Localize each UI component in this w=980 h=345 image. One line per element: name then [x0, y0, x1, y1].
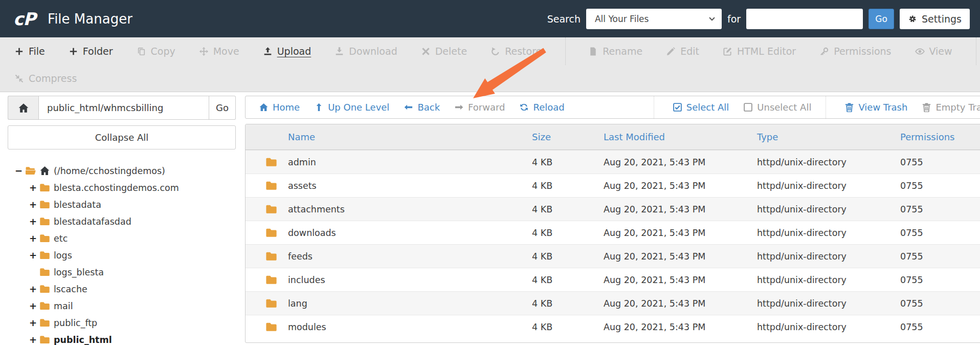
toolbar-row-2: Compress [7, 65, 973, 92]
column-header-last-modified[interactable]: Last Modified [604, 132, 757, 142]
toolbar-item-compress[interactable]: Compress [14, 65, 77, 92]
toolbar-item-upload[interactable]: Upload [263, 37, 311, 65]
lang[interactable]: lang 4 KB Aug 20, 2021, 5:43 PM httpd/un… [246, 291, 980, 315]
tree-item-label[interactable]: blesta.cchostingdemos.com [54, 183, 179, 193]
toolbar-item-move[interactable]: Move [199, 37, 239, 65]
attachments[interactable]: attachments 4 KB Aug 20, 2021, 5:43 PM h… [246, 197, 980, 221]
toolbar-item-file[interactable]: File [14, 37, 45, 65]
file-name[interactable]: modules [288, 322, 326, 332]
includes[interactable]: includes 4 KB Aug 20, 2021, 5:43 PM http… [246, 268, 980, 291]
tree-expander[interactable]: + [29, 182, 39, 193]
settings-button[interactable]: Settings [900, 9, 970, 29]
file-name-cell[interactable]: modules [246, 321, 532, 333]
column-header-size[interactable]: Size [532, 132, 604, 142]
tree-item-lscache[interactable]: + lscache [8, 281, 236, 297]
tree-item-public-ftp[interactable]: + public_ftp [8, 314, 236, 331]
file-name-cell[interactable]: attachments [246, 203, 532, 215]
tree-expander[interactable]: + [29, 250, 39, 261]
tree-item-mail[interactable]: + mail [8, 297, 236, 314]
tree-item-label[interactable]: mail [54, 301, 73, 311]
tree-expander[interactable]: + [29, 233, 39, 244]
tree-item-logs[interactable]: + logs [8, 247, 236, 264]
toolbar-item-edit[interactable]: Edit [666, 37, 699, 65]
tree-item-label[interactable]: public_html [54, 335, 112, 345]
file-type: httpd/unix-directory [757, 181, 900, 191]
file-name-cell[interactable]: lang [246, 297, 532, 309]
tree-item-label[interactable]: blestadata [54, 200, 101, 210]
nav-item-unselect-all[interactable]: Unselect All [743, 96, 811, 118]
sidebar: Go Collapse All − (/home/cchostingdemos)… [8, 96, 236, 342]
tree-expander[interactable]: + [29, 317, 39, 328]
tree-item-label[interactable]: public_ftp [54, 318, 97, 328]
tree-expander[interactable]: + [29, 216, 39, 227]
tree-item-blestadata[interactable]: + blestadata [8, 196, 236, 213]
search-input[interactable] [746, 9, 863, 29]
tree-expander[interactable]: + [29, 199, 39, 210]
toolbar-item-folder[interactable]: Folder [69, 37, 113, 65]
tree-item-label[interactable]: logs [54, 250, 72, 261]
downloads[interactable]: downloads 4 KB Aug 20, 2021, 5:43 PM htt… [246, 221, 980, 244]
modules[interactable]: modules 4 KB Aug 20, 2021, 5:43 PM httpd… [246, 315, 980, 338]
tree-item-label[interactable]: blestadatafasdad [54, 217, 131, 227]
nav-item-empty-trash[interactable]: Empty Trash [922, 96, 980, 118]
tree-expander[interactable]: + [29, 300, 39, 311]
toolbar-item-download[interactable]: Download [335, 37, 397, 65]
toolbar-item-html-editor[interactable]: HTML Editor [723, 37, 796, 65]
path-input[interactable] [38, 96, 209, 120]
file-name[interactable]: admin [288, 157, 316, 167]
nav-item-up-one-level[interactable]: Up One Level [314, 96, 389, 118]
file-size: 4 KB [532, 228, 604, 238]
compress-icon [14, 74, 24, 83]
toolbar-item-restore[interactable]: Restore [491, 37, 542, 65]
tree-expander[interactable]: − [15, 165, 25, 176]
tree-expander[interactable]: + [29, 334, 39, 345]
file-name[interactable]: feeds [288, 251, 313, 262]
admin[interactable]: admin 4 KB Aug 20, 2021, 5:43 PM httpd/u… [246, 150, 980, 174]
toolbar-item-view[interactable]: View [915, 37, 952, 65]
tree-item-label[interactable]: logs_blesta [54, 267, 104, 277]
column-header-type[interactable]: Type [757, 132, 900, 142]
toolbar-item-extract[interactable]: Extract [976, 37, 980, 65]
column-header-name[interactable]: Name [246, 132, 532, 142]
nav-item-back[interactable]: Back [404, 96, 440, 118]
tree-expander[interactable]: + [29, 284, 39, 294]
tree-item-logs-blesta[interactable]: logs_blesta [8, 264, 236, 281]
tree-item-blesta-cchostingdemos-com[interactable]: + blesta.cchostingdemos.com [8, 179, 236, 196]
tree-item-home-root[interactable]: − (/home/cchostingdemos) [8, 162, 236, 179]
file-name[interactable]: assets [288, 181, 317, 191]
search-scope-select[interactable]: All Your Files [586, 9, 722, 29]
nav-item-reload[interactable]: Reload [519, 96, 564, 118]
tree-item-blestadatafasdad[interactable]: + blestadatafasdad [8, 213, 236, 230]
home-path-button[interactable] [8, 96, 38, 120]
path-go-button[interactable]: Go [209, 96, 236, 120]
file-name[interactable]: lang [288, 298, 307, 309]
file-name[interactable]: attachments [288, 204, 345, 214]
collapse-all-button[interactable]: Collapse All [8, 125, 236, 149]
feeds[interactable]: feeds 4 KB Aug 20, 2021, 5:43 PM httpd/u… [246, 244, 980, 268]
tree-item-label[interactable]: lscache [54, 284, 87, 294]
nav-item-home[interactable]: Home [259, 96, 300, 118]
toolbar-item-copy[interactable]: Copy [137, 37, 175, 65]
file-permissions: 0755 [900, 228, 980, 238]
tree-item-label[interactable]: (/home/cchostingdemos) [54, 166, 165, 176]
toolbar-item-permissions[interactable]: Permissions [819, 37, 891, 65]
file-name-cell[interactable]: includes [246, 274, 532, 286]
assets[interactable]: assets 4 KB Aug 20, 2021, 5:43 PM httpd/… [246, 174, 980, 197]
column-header-permissions[interactable]: Permissions [900, 132, 980, 142]
nav-item-select-all[interactable]: Select All [654, 96, 729, 118]
nav-item-view-trash[interactable]: View Trash [826, 96, 907, 118]
file-manager-window: cP File Manager Search All Your Files fo… [0, 0, 980, 345]
tree-item-public-html[interactable]: + public_html [8, 331, 236, 345]
nav-item-forward[interactable]: Forward [454, 96, 505, 118]
toolbar-item-rename[interactable]: Rename [565, 37, 642, 65]
tree-item-etc[interactable]: + etc [8, 230, 236, 247]
toolbar-item-delete[interactable]: Delete [421, 37, 467, 65]
file-name-cell[interactable]: downloads [246, 227, 532, 239]
tree-item-label[interactable]: etc [54, 233, 68, 244]
file-name[interactable]: downloads [288, 228, 336, 238]
file-name-cell[interactable]: admin [246, 156, 532, 168]
file-name[interactable]: includes [288, 275, 325, 285]
file-name-cell[interactable]: feeds [246, 250, 532, 262]
file-name-cell[interactable]: assets [246, 180, 532, 191]
search-go-button[interactable]: Go [868, 9, 894, 29]
